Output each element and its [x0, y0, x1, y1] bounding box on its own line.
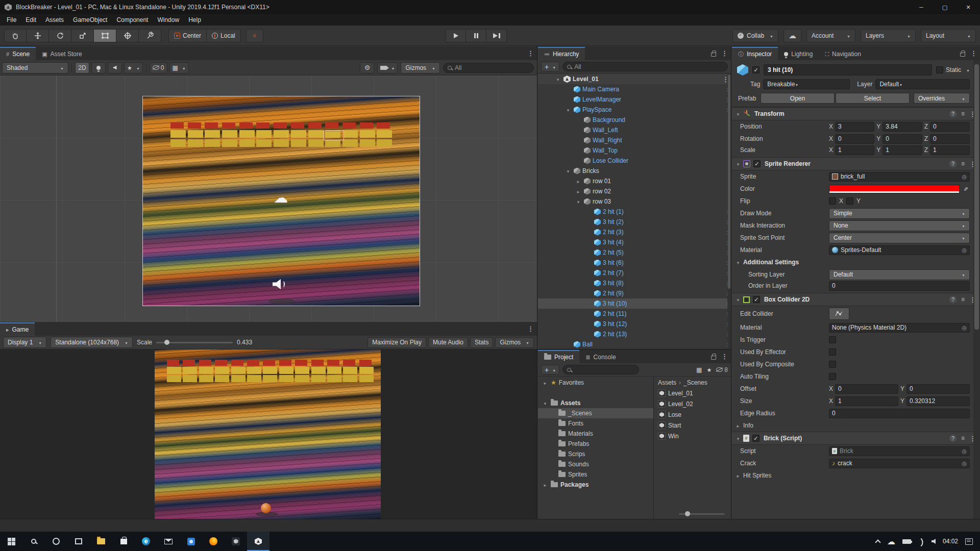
- color-swatch[interactable]: [829, 185, 960, 193]
- hierarchy-item[interactable]: LevelManager: [538, 94, 731, 105]
- material-object-field[interactable]: Sprites-Default: [829, 245, 970, 255]
- menu-window[interactable]: Window: [153, 15, 184, 24]
- minimize-button[interactable]: ─: [910, 0, 933, 14]
- pivot-center-button[interactable]: Center: [168, 29, 207, 42]
- tab-lighting[interactable]: Lighting: [778, 48, 819, 60]
- scrollbar-thumb[interactable]: [974, 64, 979, 330]
- hierarchy-item[interactable]: 2 hit (5): [538, 247, 731, 258]
- asset-zoom-slider[interactable]: [679, 513, 725, 515]
- sprite-renderer-header[interactable]: Sprite Renderer ?: [732, 157, 980, 170]
- rotate-tool-button[interactable]: [49, 29, 71, 42]
- lock-icon[interactable]: [960, 53, 965, 57]
- component-tools-button[interactable]: [360, 62, 374, 73]
- object-picker-icon[interactable]: [962, 447, 967, 455]
- display-dropdown[interactable]: Display 1: [3, 337, 46, 348]
- tab-asset-store[interactable]: ▣ Asset Store: [36, 48, 88, 60]
- scale-y-field[interactable]: 1: [883, 145, 922, 155]
- favorite-search-icon[interactable]: [706, 366, 712, 373]
- script-object-field[interactable]: # Brick: [829, 446, 970, 456]
- scale-x-field[interactable]: 1: [835, 145, 874, 155]
- hierarchy-item-selected[interactable]: 3 hit (10): [538, 298, 731, 309]
- scene-search-input[interactable]: All: [443, 63, 534, 73]
- scene-audio-toggle[interactable]: [108, 62, 122, 73]
- gameobject-name-field[interactable]: 3 hit (10): [764, 64, 932, 76]
- menu-help[interactable]: Help: [184, 15, 206, 24]
- object-picker-icon[interactable]: [962, 173, 967, 180]
- asset-zoom-knob[interactable]: [685, 511, 690, 516]
- firefox-button[interactable]: [202, 532, 225, 551]
- physics-material-field[interactable]: None (Physics Material 2D): [829, 323, 970, 333]
- hierarchy-item-scene[interactable]: Level_01: [538, 74, 731, 84]
- position-y-field[interactable]: 3.84: [883, 122, 922, 132]
- start-button[interactable]: [0, 532, 22, 551]
- hierarchy-item[interactable]: 2 hit (1): [538, 207, 731, 217]
- sprite-object-field[interactable]: brick_full: [829, 172, 970, 182]
- project-favorites[interactable]: Favorites: [538, 378, 653, 388]
- hierarchy-scrollbar[interactable]: [727, 73, 731, 349]
- asset-file[interactable]: Lose: [654, 409, 731, 420]
- menu-assets[interactable]: Assets: [41, 15, 68, 24]
- used-by-composite-checkbox[interactable]: [829, 361, 836, 368]
- menu-edit[interactable]: Edit: [21, 15, 41, 24]
- presets-icon[interactable]: [961, 296, 965, 303]
- component-enabled-checkbox[interactable]: [753, 160, 761, 167]
- project-folder-scenes[interactable]: _Scenes: [538, 408, 653, 418]
- account-dropdown[interactable]: Account: [806, 29, 855, 42]
- asset-file[interactable]: Start: [654, 420, 731, 431]
- rotation-x-field[interactable]: 0: [835, 134, 874, 144]
- maximize-button[interactable]: ▢: [933, 0, 957, 14]
- offset-x-field[interactable]: 0: [835, 384, 898, 394]
- resolution-dropdown[interactable]: Standalone (1024x768): [51, 337, 133, 348]
- project-search-input[interactable]: [562, 365, 639, 374]
- cloud-button[interactable]: [783, 29, 801, 42]
- hand-tool-button[interactable]: [4, 29, 27, 42]
- scene-visibility-toggle[interactable]: 0: [150, 62, 167, 73]
- move-tool-button[interactable]: [27, 29, 49, 42]
- task-view-button[interactable]: [67, 532, 90, 551]
- edge-radius-field[interactable]: 0: [829, 409, 970, 418]
- game-viewport[interactable]: [0, 349, 537, 519]
- breadcrumb-root[interactable]: Assets: [658, 379, 676, 386]
- inspector-scrollbar[interactable]: [973, 60, 980, 519]
- hierarchy-item[interactable]: row 02: [538, 186, 731, 196]
- mute-audio-button[interactable]: Mute Audio: [428, 337, 468, 348]
- box-collider-header[interactable]: Box Collider 2D ?: [732, 293, 980, 306]
- prefab-open-button[interactable]: Open: [761, 93, 835, 104]
- help-icon[interactable]: ?: [949, 296, 957, 303]
- offset-y-field[interactable]: 0: [906, 384, 970, 394]
- size-x-field[interactable]: 1: [835, 396, 898, 406]
- lock-icon[interactable]: [711, 53, 716, 57]
- project-assets-root[interactable]: Assets: [538, 398, 653, 408]
- tab-navigation[interactable]: ⛶ Navigation: [819, 48, 867, 60]
- tab-console[interactable]: ≣ Console: [579, 351, 622, 363]
- asset-file[interactable]: Win: [654, 431, 731, 441]
- clock[interactable]: 04:02: [943, 538, 958, 545]
- hierarchy-item[interactable]: Background: [538, 115, 731, 125]
- additional-settings-foldout[interactable]: Additional Settings: [732, 256, 980, 268]
- prefab-select-button[interactable]: Select: [836, 93, 910, 104]
- rotation-z-field[interactable]: 0: [930, 134, 970, 144]
- project-menu-icon[interactable]: [721, 353, 728, 360]
- tag-dropdown[interactable]: Breakable: [763, 79, 850, 89]
- hierarchy-item[interactable]: row 03: [538, 196, 731, 207]
- transform-tool-button[interactable]: [116, 29, 139, 42]
- sprite-sort-point-dropdown[interactable]: Center: [829, 233, 970, 243]
- crack-object-field[interactable]: crack: [829, 459, 970, 468]
- position-x-field[interactable]: 3: [835, 122, 874, 132]
- tab-project[interactable]: Project: [538, 350, 579, 363]
- tab-inspector[interactable]: ⓘ Inspector: [732, 47, 778, 60]
- lock-icon[interactable]: [711, 356, 716, 360]
- menu-file[interactable]: File: [2, 15, 21, 24]
- hierarchy-item[interactable]: 3 hit (6): [538, 258, 731, 268]
- grid-snap-button[interactable]: ⌗: [246, 29, 263, 42]
- brick-script-header[interactable]: # Brick (Script) ?: [732, 432, 980, 445]
- static-checkbox[interactable]: [936, 66, 943, 73]
- breadcrumb-current[interactable]: _Scenes: [683, 379, 707, 386]
- sorting-layer-dropdown[interactable]: Default: [829, 269, 970, 280]
- hierarchy-item[interactable]: 2 hit (11): [538, 309, 731, 319]
- hierarchy-item[interactable]: PlaySpace: [538, 105, 731, 115]
- hierarchy-item[interactable]: 2 hit (13): [538, 329, 731, 339]
- close-button[interactable]: ✕: [957, 0, 980, 14]
- hierarchy-item[interactable]: 2 hit (7): [538, 268, 731, 278]
- mask-interaction-dropdown[interactable]: None: [829, 220, 970, 231]
